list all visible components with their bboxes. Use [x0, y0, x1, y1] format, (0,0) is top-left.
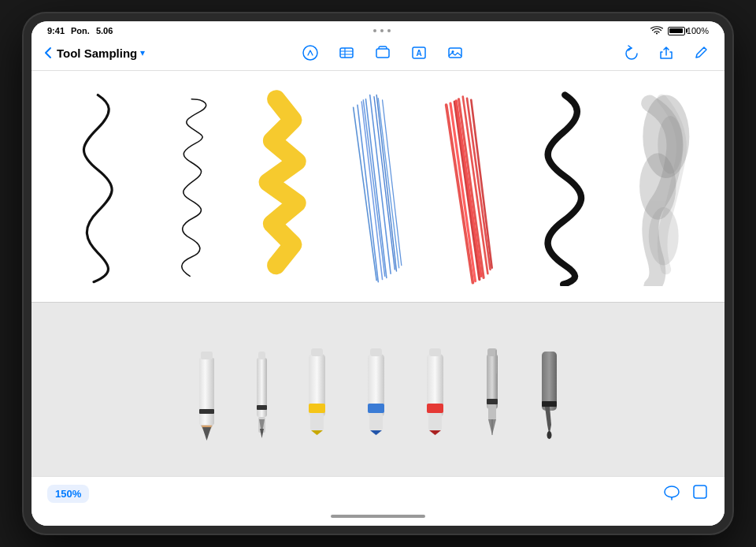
- ipad-screen: 9:41 Pon. 5.06: [32, 21, 724, 526]
- tools-panel: [32, 302, 724, 476]
- svg-rect-46: [309, 404, 325, 413]
- svg-marker-43: [260, 429, 264, 438]
- undo-icon[interactable]: [621, 42, 643, 64]
- fountain-pen-tool[interactable]: [472, 334, 512, 445]
- svg-rect-54: [370, 348, 382, 356]
- title-area[interactable]: Tool Sampling ▾: [57, 47, 145, 60]
- svg-rect-1: [340, 48, 353, 58]
- status-left: 9:41 Pon. 5.06: [47, 26, 113, 35]
- home-indicator: [331, 515, 425, 518]
- toolbar-right: [621, 42, 712, 64]
- svg-point-69: [547, 431, 552, 439]
- battery-body: [668, 27, 685, 35]
- svg-line-17: [382, 100, 401, 266]
- watercolor-sample: [615, 87, 701, 286]
- status-center: [373, 29, 391, 32]
- table-icon[interactable]: [335, 42, 358, 64]
- svg-rect-51: [368, 404, 384, 413]
- day: Pon.: [71, 26, 90, 35]
- home-indicator-area: [32, 512, 724, 526]
- svg-rect-49: [311, 348, 323, 356]
- svg-rect-44: [258, 352, 265, 359]
- pencil-tool[interactable]: [185, 334, 228, 445]
- toolbar-left: Tool Sampling ▾: [44, 47, 145, 60]
- edit-icon[interactable]: [690, 42, 712, 64]
- status-bar: 9:41 Pon. 5.06: [32, 21, 724, 39]
- svg-rect-57: [428, 413, 442, 430]
- svg-marker-38: [202, 427, 211, 441]
- svg-rect-8: [449, 48, 461, 58]
- dot2: [380, 29, 384, 32]
- svg-line-15: [378, 99, 398, 268]
- dot1: [373, 29, 376, 32]
- toolbar: Tool Sampling ▾: [32, 39, 724, 71]
- shape-icon[interactable]: [372, 42, 394, 64]
- title-chevron-icon: ▾: [140, 47, 145, 58]
- svg-marker-53: [370, 430, 382, 435]
- svg-rect-56: [427, 404, 443, 413]
- svg-rect-40: [257, 405, 267, 410]
- bold-pen-sample: [522, 87, 608, 286]
- blue-marker-tool[interactable]: [354, 334, 398, 445]
- svg-text:A: A: [416, 49, 421, 58]
- svg-rect-68: [542, 401, 557, 407]
- toolbar-center: A: [299, 42, 466, 64]
- wifi-icon: [650, 26, 663, 35]
- brush-tool[interactable]: [528, 334, 571, 445]
- svg-line-10: [365, 99, 386, 278]
- document-title: Tool Sampling: [57, 47, 137, 60]
- svg-rect-36: [199, 409, 214, 414]
- svg-rect-62: [488, 404, 496, 420]
- svg-rect-37: [201, 352, 213, 359]
- time: 9:41: [47, 26, 65, 35]
- svg-marker-58: [429, 430, 441, 435]
- pen-tool[interactable]: [244, 334, 280, 445]
- svg-rect-59: [429, 348, 441, 356]
- drawing-samples: [32, 71, 724, 302]
- bottom-bar: 150%: [32, 476, 724, 512]
- svg-rect-52: [369, 413, 383, 430]
- svg-rect-35: [199, 358, 214, 425]
- svg-rect-61: [487, 399, 498, 404]
- dot3: [387, 29, 391, 32]
- svg-marker-48: [311, 430, 323, 435]
- zoom-badge[interactable]: 150%: [47, 485, 89, 503]
- canvas-area[interactable]: [32, 71, 724, 476]
- back-chevron-icon: [44, 47, 52, 59]
- back-button[interactable]: [44, 47, 52, 59]
- yellow-marker-tool[interactable]: [295, 334, 339, 445]
- ipad-frame: 9:41 Pon. 5.06: [24, 13, 732, 534]
- red-marker-tool[interactable]: [413, 334, 457, 445]
- pen-loop-sample: [149, 87, 235, 286]
- marker-sample: [242, 87, 328, 286]
- status-right: 100%: [650, 26, 709, 35]
- lasso-icon[interactable]: [663, 483, 680, 504]
- battery-label: 100%: [687, 26, 709, 35]
- image-icon[interactable]: [444, 42, 466, 64]
- view-icon[interactable]: [691, 483, 709, 504]
- app-time: 5.06: [96, 26, 113, 35]
- bottom-right-icons: [663, 483, 709, 504]
- blue-crayon-sample: [335, 87, 421, 286]
- share-icon[interactable]: [655, 42, 677, 64]
- text-icon[interactable]: A: [408, 42, 430, 64]
- battery-icon: 100%: [668, 26, 709, 35]
- pencil-stroke-sample: [55, 87, 141, 286]
- red-crayon-sample: [428, 87, 514, 286]
- svg-rect-47: [310, 413, 324, 430]
- svg-rect-70: [694, 486, 706, 498]
- pencil-tool-icon[interactable]: [299, 42, 321, 64]
- svg-rect-5: [376, 49, 389, 58]
- battery-fill: [669, 28, 683, 33]
- svg-rect-66: [495, 350, 497, 374]
- svg-point-0: [303, 46, 317, 60]
